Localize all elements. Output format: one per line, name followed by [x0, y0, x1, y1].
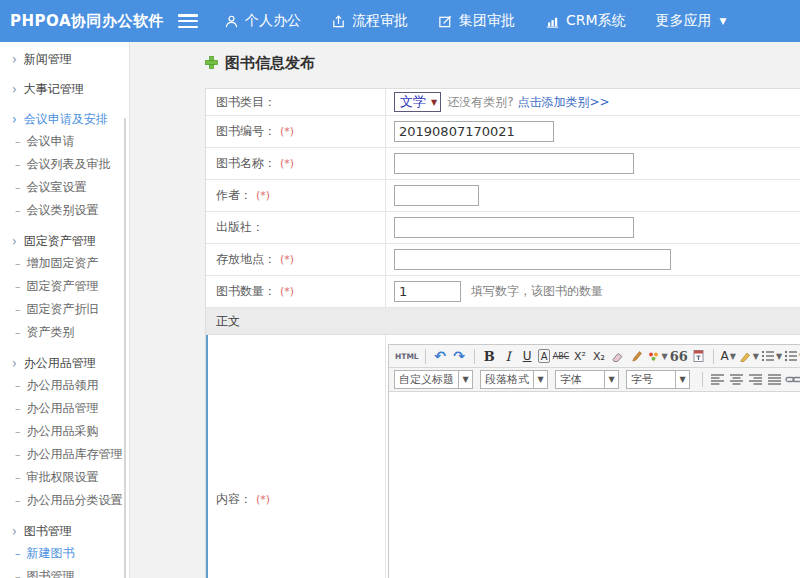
sidebar-item-meeting-list-approval[interactable]: –会议列表及审批: [0, 153, 129, 176]
editor-content-area[interactable]: [389, 392, 800, 578]
sidebar-item-book-management-sub[interactable]: –图书管理: [0, 565, 129, 578]
chevron-right-icon: ›: [12, 355, 17, 372]
dash-icon: –: [15, 379, 21, 392]
underline-button[interactable]: U: [519, 347, 536, 365]
menu-more-apps[interactable]: 更多应用 ▼: [656, 12, 727, 30]
sidebar-item-meeting-room-settings[interactable]: –会议室设置: [0, 176, 129, 199]
strikethrough-button[interactable]: ABC: [552, 347, 569, 365]
chevron-right-icon: ›: [12, 111, 17, 128]
category-select[interactable]: 文学 ▼: [394, 92, 441, 112]
autotypeset-button[interactable]: A: [538, 349, 551, 363]
plus-icon: [205, 55, 218, 73]
sidebar-item-asset-category[interactable]: –资产类别: [0, 321, 129, 344]
sidebar-item-supplies-inventory[interactable]: –办公用品库存管理: [0, 443, 129, 466]
font-color-button[interactable]: A ▼: [720, 347, 737, 365]
book-number-input[interactable]: [394, 121, 554, 142]
add-category-link[interactable]: 点击添加类别>>: [518, 94, 610, 111]
sidebar-item-fixed-assets[interactable]: ›固定资产管理: [0, 230, 129, 252]
sidebar-scrollbar[interactable]: [124, 118, 126, 578]
required-mark: (*): [280, 285, 294, 298]
quantity-hint: 填写数字，该图书的数量: [471, 283, 603, 300]
font-family-select[interactable]: 字体 ▼: [555, 370, 619, 389]
publisher-input[interactable]: [394, 217, 634, 238]
sidebar-item-fixed-asset-depreciation[interactable]: –固定资产折旧: [0, 298, 129, 321]
align-center-button[interactable]: [728, 371, 745, 389]
sidebar-item-book-management[interactable]: ›图书管理: [0, 520, 129, 542]
custom-heading-select[interactable]: 自定义标题 ▼: [394, 370, 473, 389]
align-justify-button[interactable]: [766, 371, 783, 389]
main-content: 图书信息发布 图书类目： 文学 ▼ 还没有类别? 点击添加类别>>: [130, 42, 800, 578]
link-button[interactable]: [785, 371, 800, 389]
dash-icon: –: [15, 204, 21, 217]
dash-icon: –: [15, 570, 21, 578]
sidebar-item-supplies-management[interactable]: –办公用品管理: [0, 397, 129, 420]
sidebar-item-approval-permission-settings[interactable]: –审批权限设置: [0, 466, 129, 489]
dash-icon: –: [15, 326, 21, 339]
author-input[interactable]: [394, 185, 479, 206]
book-name-input[interactable]: [394, 153, 634, 174]
menu-process-approval[interactable]: 流程审批: [331, 12, 408, 30]
form-row-content: 内容： (*) HTML ↶ ↷ B I: [206, 335, 800, 578]
subscript-button[interactable]: X₂: [590, 347, 607, 365]
no-category-text: 还没有类别?: [447, 94, 513, 111]
menu-crm[interactable]: CRM系统: [545, 12, 626, 30]
html-source-button[interactable]: HTML: [395, 347, 419, 365]
unordered-list-button[interactable]: ▼: [784, 347, 800, 365]
topbar: PHPOA协同办公软件 个人办公 流程审批 集团审批: [0, 0, 800, 42]
eraser-icon[interactable]: [609, 347, 626, 365]
sidebar-item-supplies-category-settings[interactable]: –办公用品分类设置: [0, 489, 129, 512]
sidebar-item-meeting-application[interactable]: ›会议申请及安排: [0, 108, 129, 130]
sidebar-item-supplies-purchase[interactable]: –办公用品采购: [0, 420, 129, 443]
book-info-form: 图书类目： 文学 ▼ 还没有类别? 点击添加类别>> 图书编号： (*): [205, 88, 800, 578]
paragraph-format-select[interactable]: 段落格式 ▼: [480, 370, 548, 389]
redo-icon[interactable]: ↷: [451, 347, 468, 365]
italic-button[interactable]: I: [500, 347, 517, 365]
ordered-list-button[interactable]: ▼: [761, 347, 782, 365]
editor-toolbar-row2: 自定义标题 ▼ 段落格式 ▼ 字体 ▼: [389, 368, 800, 392]
align-right-button[interactable]: [747, 371, 764, 389]
dash-icon: –: [15, 547, 21, 560]
dash-icon: –: [15, 425, 21, 438]
field-label: 内容：: [216, 491, 252, 508]
bar-chart-icon: [545, 14, 560, 29]
font-size-select[interactable]: 字号 ▼: [626, 370, 690, 389]
menu-toggle-icon[interactable]: [178, 14, 198, 28]
form-row-author: 作者： (*): [206, 180, 800, 212]
blockquote-button[interactable]: 66: [670, 347, 688, 365]
quantity-input[interactable]: [394, 281, 461, 302]
menu-group-approval[interactable]: 集团审批: [438, 12, 515, 30]
field-label: 图书数量：: [216, 283, 276, 300]
bold-button[interactable]: B: [481, 347, 498, 365]
highlight-pen-icon[interactable]: ▼: [739, 347, 759, 365]
dash-icon: –: [15, 402, 21, 415]
sidebar-item-news-management[interactable]: ›新闻管理: [0, 48, 129, 70]
sidebar-item-meeting-category-settings[interactable]: –会议类别设置: [0, 199, 129, 222]
location-input[interactable]: [394, 249, 671, 270]
process-approval-icon: [331, 14, 346, 29]
chevron-right-icon: ›: [12, 81, 17, 98]
sidebar-item-events-management[interactable]: ›大事记管理: [0, 78, 129, 100]
sidebar-item-add-fixed-asset[interactable]: –增加固定资产: [0, 252, 129, 275]
field-label: 出版社：: [216, 219, 264, 236]
sidebar-item-meeting-apply[interactable]: –会议申请: [0, 130, 129, 153]
chevron-down-icon: ▼: [431, 98, 437, 107]
dash-icon: –: [15, 448, 21, 461]
undo-icon[interactable]: ↶: [432, 347, 449, 365]
format-brush-icon[interactable]: [628, 347, 645, 365]
align-left-button[interactable]: [709, 371, 726, 389]
superscript-button[interactable]: X²: [571, 347, 588, 365]
paste-icon[interactable]: [690, 347, 707, 365]
dash-icon: –: [15, 181, 21, 194]
sidebar-item-fixed-asset-management[interactable]: –固定资产管理: [0, 275, 129, 298]
sidebar-item-office-supplies[interactable]: ›办公用品管理: [0, 352, 129, 374]
sidebar-item-new-book[interactable]: –新建图书: [0, 542, 129, 565]
menu-personal-office[interactable]: 个人办公: [224, 12, 301, 30]
required-mark: (*): [256, 493, 270, 506]
top-menu: 个人办公 流程审批 集团审批 CRM系统 更多应用: [224, 12, 727, 30]
sidebar-item-supplies-receive[interactable]: –办公用品领用: [0, 374, 129, 397]
color-palette-icon[interactable]: ▼: [647, 347, 667, 365]
group-approval-icon: [438, 14, 453, 29]
field-label: 存放地点：: [216, 251, 276, 268]
chevron-down-icon: ▼: [661, 352, 667, 361]
chevron-down-icon: ▼: [604, 371, 618, 388]
